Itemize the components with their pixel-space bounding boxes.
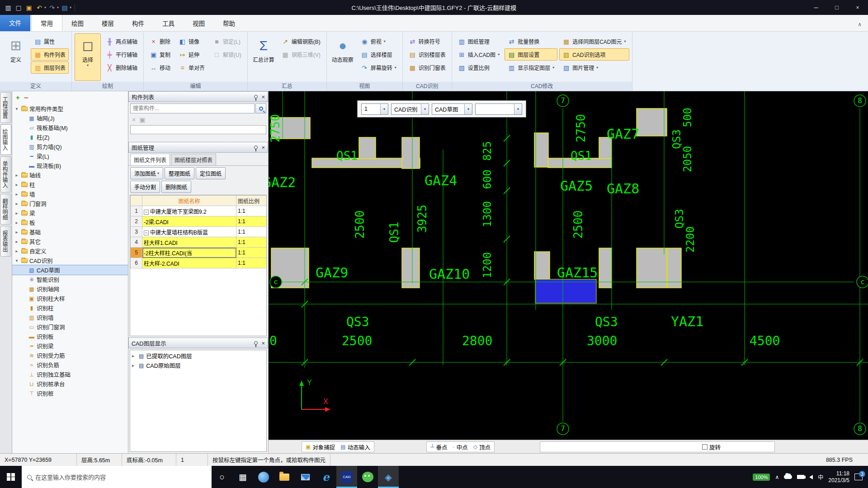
manual-split-button[interactable]: 手动分割 [130, 181, 160, 193]
switch-view-icon[interactable]: ▤ [60, 3, 69, 12]
cad-label[interactable]: QS1 [387, 222, 401, 243]
select-floor-button[interactable]: ▤选择楼层 [358, 48, 400, 61]
delete-button[interactable]: ×删除 [146, 35, 174, 47]
tree-item-axis-grid[interactable]: ▦轴网(J) [12, 113, 128, 123]
redo-icon[interactable]: ↷ [47, 3, 57, 12]
layer-group-extracted-cad-layers[interactable]: ▸▤已提取的CAD图层 [130, 351, 266, 361]
tree-item-beam-folder[interactable]: ▸梁 [12, 208, 128, 218]
open-folder-icon[interactable]: ▣ [24, 3, 33, 12]
side-tab-single-component-input[interactable]: 单构件输入 [0, 156, 11, 192]
tree-item-wall-folder[interactable]: ▸墙 [12, 189, 128, 199]
cad-label[interactable]: QS3 [595, 314, 618, 329]
cad-label[interactable]: GAZ8 [607, 181, 639, 197]
speaker-icon[interactable] [809, 475, 813, 479]
menu-tab-component[interactable]: 构件 [123, 15, 153, 31]
sheet-scale-cell[interactable]: 1:1 [236, 258, 267, 268]
dynamic-input-toggle[interactable]: ▤动态输入 [340, 443, 370, 451]
sheet-name-cell[interactable]: 柱大样1.CADI [142, 237, 236, 248]
cad-label[interactable]: 2750 [574, 114, 588, 143]
file-explorer-icon[interactable] [274, 466, 295, 488]
tree-item-column[interactable]: ▮柱(Z) [12, 132, 128, 142]
task-view-icon[interactable]: ▦ [232, 466, 253, 488]
mail-icon[interactable] [295, 466, 316, 488]
menu-tab-tools[interactable]: 工具 [153, 15, 184, 31]
collapse-icon[interactable]: − [144, 210, 149, 215]
arrange-sheet-button[interactable]: 整理图纸 [165, 167, 194, 179]
cad-sketch-mode-dropdown[interactable]: CAD草图▾ [432, 103, 472, 115]
tree-item-smart-identify[interactable]: ※智能识别 [12, 275, 128, 284]
lock-button[interactable]: ■锁定(L) [210, 35, 245, 47]
layer-list-button[interactable]: ▥图层列表 [31, 61, 69, 74]
delete-aux-axis-button[interactable]: ╳删除辅轴 [103, 61, 141, 74]
maximize-button[interactable]: □ [826, 0, 847, 15]
extend-button[interactable]: ↦延伸 [175, 48, 208, 61]
batch-replace-button[interactable]: ⇄批量替换 [505, 35, 557, 47]
mirror-button[interactable]: ◧镜像 [175, 35, 208, 47]
sheet-row[interactable]: 6柱大样-2.CADI1:1 [131, 258, 267, 268]
rotate-checkbox[interactable] [702, 444, 708, 450]
cad-wall[interactable] [402, 137, 420, 169]
cad-label[interactable]: 2500 [571, 211, 585, 239]
identify-floor-table-button[interactable]: ▤识别楼层表 [406, 48, 449, 61]
properties-button[interactable]: ▤属性 [31, 35, 69, 47]
image-management-button[interactable]: ▧图片管理▾ [559, 61, 629, 74]
save-icon[interactable]: ▥ [4, 3, 13, 12]
tree-item-identify-beam[interactable]: ━识别梁 [12, 341, 128, 351]
selected-element[interactable] [535, 279, 596, 303]
minimize-button[interactable]: ─ [806, 0, 826, 15]
side-tab-report-output[interactable]: 报表输出 [0, 226, 11, 257]
menu-tab-view[interactable]: 视图 [184, 15, 214, 31]
cad-label[interactable]: 600 [481, 169, 494, 189]
edge-icon[interactable]: e [316, 466, 336, 488]
expander-icon[interactable]: ▸ [14, 239, 19, 244]
cad-label[interactable]: 2750 [269, 114, 282, 143]
rotate-toggle[interactable]: 旋转 [702, 443, 721, 451]
cad-label[interactable]: 2050 [681, 146, 694, 172]
tree-item-axis-folder[interactable]: ▸轴线 [12, 170, 128, 180]
redo-menu-arrow[interactable]: ▾ [57, 5, 59, 9]
tree-item-identify-wall[interactable]: ▥识别墙 [12, 313, 128, 322]
cad-label[interactable]: QS3 [673, 209, 686, 228]
menu-tab-file[interactable]: 文件 [0, 14, 30, 31]
floor-select-dropdown[interactable]: 1▾ [361, 103, 388, 115]
undo-icon[interactable]: ↶ [35, 3, 44, 12]
cad-label[interactable]: QS3 [346, 314, 369, 329]
cad-label[interactable]: 3925 [415, 205, 429, 233]
menu-tab-help[interactable]: 帮助 [214, 15, 244, 31]
cad-label[interactable]: GAZ9 [316, 265, 348, 281]
add-icon[interactable]: + [16, 94, 20, 101]
tree-item-door-window-folder[interactable]: ▸门窗洞 [12, 199, 128, 208]
expander-icon[interactable]: ▸ [14, 201, 19, 206]
expander-icon[interactable]: ▾ [14, 106, 19, 111]
tree-item-cad-identify-folder[interactable]: ▾CAD识别 [12, 256, 128, 265]
cad-wall[interactable] [534, 133, 548, 167]
wechat-icon[interactable] [357, 466, 378, 488]
notification-center-icon[interactable]: 3 [854, 474, 863, 480]
tree-item-foundation-folder[interactable]: ▸基础 [12, 227, 128, 237]
sheet-scale-cell[interactable]: 1:1 [236, 237, 267, 248]
extra-select-dropdown[interactable]: ▾ [475, 103, 522, 115]
cad-label[interactable]: 2800 [462, 333, 492, 348]
tree-item-identify-negative-rebar[interactable]: ≈识别负筋 [12, 360, 128, 370]
close-icon[interactable]: × [261, 94, 265, 100]
tab-sheet-floor-map[interactable]: 图纸楼层对照表 [171, 154, 216, 165]
show-specified-layer-button[interactable]: ▥显示指定图层▾ [505, 61, 557, 74]
pin-icon[interactable] [254, 341, 258, 345]
ime-indicator[interactable]: 中 [818, 473, 823, 481]
cad-label[interactable]: 500 [681, 108, 694, 127]
tree-item-other-folder[interactable]: ▸其它 [12, 237, 128, 246]
copy-component-icon[interactable]: ▣ [139, 116, 145, 123]
sheet-name-cell[interactable]: −中建大厦地下室梁图9.2 [142, 206, 236, 216]
taskbar-clock[interactable]: 11:182021/3/5 [828, 470, 849, 484]
expander-icon[interactable]: ▸ [14, 192, 19, 197]
expander-icon[interactable]: ▸ [14, 230, 19, 235]
sheet-scale-cell[interactable]: 1:1 [236, 206, 267, 216]
sheet-name-cell[interactable]: 柱大样-2.CADI [142, 258, 236, 268]
side-tab-lofting-detail[interactable]: 翻样明细 [0, 194, 11, 225]
collapse-ribbon-icon[interactable]: ∧ [858, 21, 862, 31]
tree-item-beam[interactable]: ━梁(L) [12, 151, 128, 161]
expander-icon[interactable]: ▸ [14, 182, 19, 187]
two-point-aux-axis-button[interactable]: ╫两点辅轴 [103, 35, 141, 47]
close-icon[interactable]: × [261, 340, 265, 347]
cad-identify-mode-dropdown[interactable]: CAD识别▾ [391, 103, 429, 115]
